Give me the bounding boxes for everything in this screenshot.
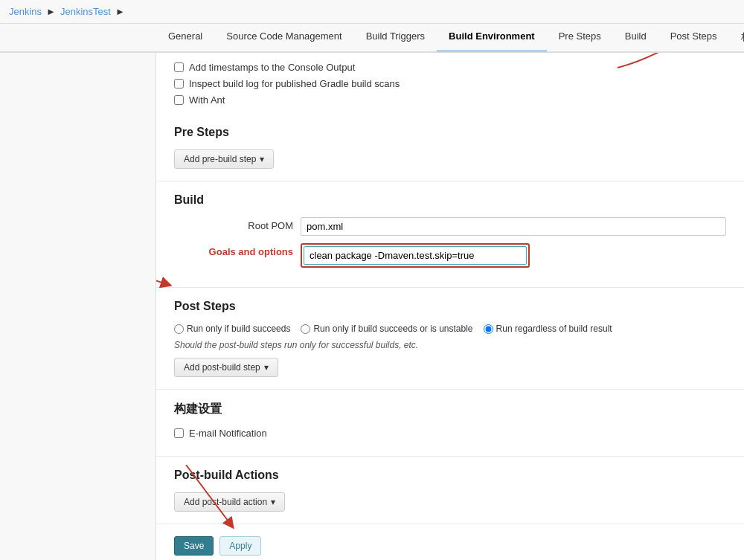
tab-pre-steps[interactable]: Pre Steps: [547, 24, 613, 53]
goals-input[interactable]: [304, 246, 527, 265]
tab-scm[interactable]: Source Code Management: [214, 24, 353, 53]
root-pom-input-wrap: [301, 217, 726, 236]
checkbox-ant-label: With Ant: [189, 94, 225, 106]
add-post-build-action-button[interactable]: Add post-build action ▾: [174, 492, 285, 512]
checkbox-ant[interactable]: [174, 95, 184, 105]
build-config-title: 构建设置: [174, 402, 726, 417]
post-steps-radio-group: Run only if build succeeds Run only if b…: [174, 324, 726, 334]
goals-input-wrap: [301, 243, 726, 268]
email-notification-row: E-mail Notification: [174, 428, 726, 439]
breadcrumb-jenkins[interactable]: Jenkins: [9, 6, 42, 17]
breadcrumb-sep2: ►: [115, 6, 125, 17]
tab-build-environment[interactable]: Build Environment: [437, 24, 547, 53]
build-config-section: 构建设置 E-mail Notification: [156, 390, 744, 457]
main-content: Add timestamps to the Console Output Ins…: [156, 53, 744, 560]
post-build-actions-title: Post-build Actions: [174, 469, 726, 482]
root-pom-input[interactable]: [301, 217, 726, 236]
root-pom-label: Root POM: [174, 217, 293, 231]
checkbox-timestamps[interactable]: [174, 62, 184, 72]
bottom-actions: Save Apply: [156, 524, 744, 560]
radio-succeeds[interactable]: [174, 324, 184, 334]
checkbox-timestamps-row: Add timestamps to the Console Output: [174, 62, 726, 73]
checkbox-timestamps-label: Add timestamps to the Console Output: [189, 62, 355, 73]
goals-highlight-box: [301, 243, 530, 268]
radio-unstable-item: Run only if build succeeds or is unstabl…: [301, 324, 472, 334]
save-button[interactable]: Save: [174, 536, 214, 556]
post-build-actions-section: Post-build Actions Add post-build action…: [156, 457, 744, 524]
tab-config[interactable]: 构建设置: [729, 24, 744, 53]
radio-regardless[interactable]: [484, 324, 493, 334]
radio-regardless-label: Run regardless of build result: [496, 324, 612, 334]
post-steps-title: Post Steps: [174, 300, 726, 313]
pre-steps-title: Pre Steps: [174, 126, 726, 139]
radio-unstable-label: Run only if build succeeds or is unstabl…: [313, 324, 472, 334]
goals-row: Goals and options: [174, 243, 726, 268]
radio-unstable[interactable]: [301, 324, 310, 334]
tab-general[interactable]: General: [156, 24, 214, 53]
radio-succeeds-item: Run only if build succeeds: [174, 324, 290, 334]
tab-triggers[interactable]: Build Triggers: [354, 24, 437, 53]
tab-post-steps[interactable]: Post Steps: [658, 24, 729, 53]
breadcrumb-project[interactable]: JenkinsTest: [60, 6, 111, 17]
breadcrumb: Jenkins ► JenkinsTest ►: [0, 0, 744, 24]
build-environment-section: Add timestamps to the Console Output Ins…: [156, 53, 744, 114]
checkbox-email[interactable]: [174, 428, 184, 438]
checkbox-gradle-row: Inspect build log for published Gradle b…: [174, 78, 726, 89]
add-post-build-step-button[interactable]: Add post-build step ▾: [174, 358, 278, 377]
root-pom-row: Root POM: [174, 217, 726, 236]
apply-button[interactable]: Apply: [219, 536, 261, 556]
email-notification-label: E-mail Notification: [189, 428, 267, 439]
sidebar: [0, 53, 156, 560]
post-steps-hint: Should the post-build steps run only for…: [174, 340, 726, 350]
checkbox-ant-row: With Ant: [174, 94, 726, 106]
build-title: Build: [174, 193, 726, 207]
radio-succeeds-label: Run only if build succeeds: [187, 324, 290, 334]
checkbox-gradle[interactable]: [174, 79, 184, 88]
breadcrumb-sep1: ►: [46, 6, 56, 17]
checkbox-gradle-label: Inspect build log for published Gradle b…: [189, 78, 400, 89]
tabs-bar: General Source Code Management Build Tri…: [0, 24, 744, 53]
pre-steps-section: Pre Steps Add pre-build step ▾: [156, 114, 744, 181]
tab-build[interactable]: Build: [613, 24, 658, 53]
post-steps-section: Post Steps Run only if build succeeds Ru…: [156, 288, 744, 390]
add-pre-build-step-button[interactable]: Add pre-build step ▾: [174, 149, 274, 169]
build-section: Build Root POM Goals and options: [156, 181, 744, 288]
radio-regardless-item: Run regardless of build result: [484, 324, 612, 334]
goals-label: Goals and options: [174, 243, 293, 257]
